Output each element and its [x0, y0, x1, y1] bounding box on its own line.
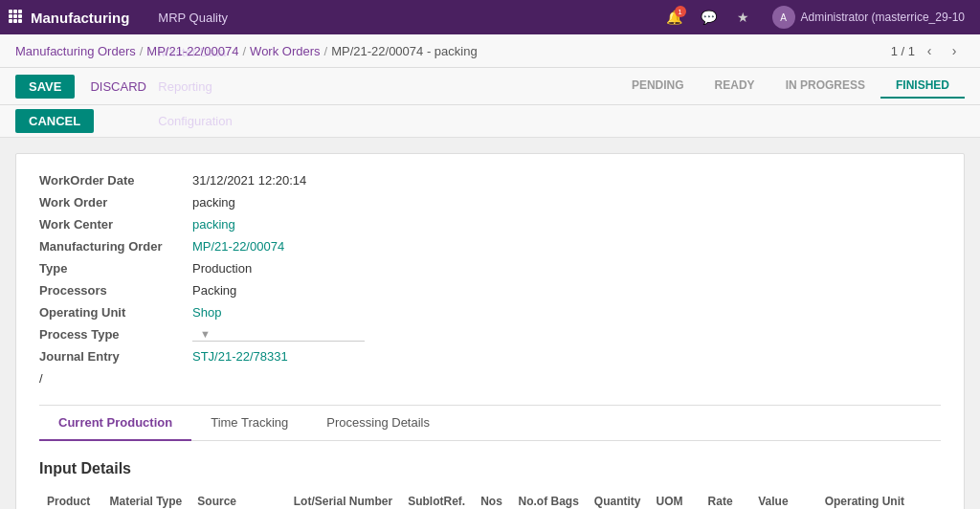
notifications-icon[interactable]: 🔔 1 — [661, 4, 688, 31]
col-header-sublotref.: SublotRef. — [400, 489, 473, 509]
form-label-0: WorkOrder Date — [39, 173, 192, 188]
breadcrumb-sep-3: / — [324, 44, 328, 58]
svg-rect-7 — [13, 19, 17, 23]
breadcrumb-current: MP/21-22/00074 - packing — [331, 44, 477, 58]
form-row-manufacturing-order: Manufacturing OrderMP/21-22/00074 — [39, 239, 941, 254]
form-value-4: Production — [192, 261, 252, 276]
svg-rect-3 — [9, 14, 12, 18]
form-value-3[interactable]: MP/21-22/00074 — [192, 239, 284, 254]
pagination-prev-button[interactable]: ‹ — [919, 40, 940, 61]
status-step-finished[interactable]: FINISHED — [880, 74, 965, 99]
cancel-button[interactable]: CANCEL — [15, 109, 94, 133]
form-label-4: Type — [39, 261, 192, 276]
svg-rect-6 — [9, 19, 12, 23]
form-row-work-order: Work Orderpacking — [39, 195, 941, 210]
form-label-3: Manufacturing Order — [39, 239, 192, 254]
form-value-8[interactable]: STJ/21-22/78331 — [192, 349, 288, 364]
nav-item-mrp-quality[interactable]: MRP Quality — [148, 0, 247, 34]
tab-time-tracking[interactable]: Time Tracking — [191, 406, 307, 441]
svg-rect-0 — [9, 10, 12, 13]
tab-current-production[interactable]: Current Production — [39, 406, 191, 441]
status-step-in-progress[interactable]: IN PROGRESS — [770, 74, 880, 99]
tab-processing-details[interactable]: Processing Details — [307, 406, 449, 441]
favorites-icon[interactable]: ★ — [730, 4, 757, 31]
pagination-next-button[interactable]: › — [944, 40, 965, 61]
form-value-5: Packing — [192, 283, 236, 298]
svg-rect-2 — [18, 10, 22, 13]
svg-rect-1 — [13, 10, 17, 13]
col-header-lot-serial-number: Lot/Serial Number — [286, 489, 400, 509]
pagination: 1 / 1 ‹ › — [891, 40, 965, 61]
col-header-delete — [912, 489, 941, 509]
discard-button[interactable]: DISCARD — [82, 75, 154, 99]
user-menu[interactable]: A Administrator (masterrice_29-10 — [765, 6, 972, 29]
breadcrumb-manufacturing-orders[interactable]: Manufacturing Orders — [15, 44, 136, 58]
nav-menu: DashboardPacking OrderOperationsMRP Qual… — [148, 0, 247, 138]
status-bar: PENDINGREADYIN PROGRESSFINISHED — [616, 74, 965, 99]
top-navigation: Manufacturing DashboardPacking OrderOper… — [0, 0, 980, 34]
form-label-5: Processors — [39, 283, 192, 298]
form-label-8: Journal Entry — [39, 349, 192, 364]
svg-rect-8 — [18, 19, 22, 23]
form-row-process-type: Process Type▼ — [39, 327, 941, 342]
breadcrumb: Manufacturing Orders / MP/21-22/00074 / … — [15, 44, 478, 58]
pagination-count: 1 / 1 — [891, 44, 915, 58]
form-row-work-center: Work Centerpacking — [39, 217, 941, 232]
breadcrumb-bar: Manufacturing Orders / MP/21-22/00074 / … — [0, 34, 980, 68]
breadcrumb-sep-1: / — [140, 44, 144, 58]
form-value-6[interactable]: Shop — [192, 305, 221, 320]
tabs: Current ProductionTime TrackingProcessin… — [39, 406, 941, 441]
form-label-1: Work Order — [39, 195, 192, 210]
form-value-2[interactable]: packing — [192, 217, 235, 232]
tabs-container: Current ProductionTime TrackingProcessin… — [39, 405, 941, 509]
form-row-journal-entry: Journal EntrySTJ/21-22/78331 — [39, 349, 941, 364]
col-header-no.of-bags: No.of Bags — [511, 489, 587, 509]
form-row-workorder-date: WorkOrder Date31/12/2021 12:20:14 — [39, 173, 941, 188]
action-bar: SAVE DISCARD PENDINGREADYIN PROGRESSFINI… — [0, 68, 980, 105]
breadcrumb-mp[interactable]: MP/21-22/00074 — [146, 44, 238, 58]
nav-item-reporting[interactable]: Reporting — [148, 69, 247, 103]
input-details-title: Input Details — [39, 460, 941, 477]
col-header-quantity: Quantity — [587, 489, 649, 509]
nav-item-configuration[interactable]: Configuration — [148, 103, 247, 138]
svg-rect-4 — [13, 14, 17, 18]
action-bar-left: SAVE DISCARD — [15, 75, 154, 99]
col-header-operating-unit: Operating Unit — [817, 489, 912, 509]
chat-icon[interactable]: 💬 — [696, 4, 723, 31]
tab-content: Input Details ProductMaterial TypeSource… — [39, 441, 941, 509]
form-label-7: Process Type — [39, 327, 192, 342]
col-header-product: Product — [39, 489, 101, 509]
table-header: ProductMaterial TypeSourceLot/Serial Num… — [39, 489, 941, 509]
save-button[interactable]: SAVE — [15, 75, 75, 99]
nav-icons: 🔔 1 💬 ★ A Administrator (masterrice_29-1… — [661, 4, 972, 31]
form-label-6: Operating Unit — [39, 305, 192, 320]
form-row-operating-unit: Operating UnitShop — [39, 305, 941, 320]
col-header-uom: UOM — [649, 489, 701, 509]
app-title: Manufacturing — [31, 10, 129, 26]
status-step-pending[interactable]: PENDING — [616, 74, 700, 99]
form-row-processors: ProcessorsPacking — [39, 283, 941, 298]
breadcrumb-sep-2: / — [242, 44, 246, 58]
slash-row: / — [39, 371, 941, 386]
avatar: A — [772, 6, 795, 29]
form-card: WorkOrder Date31/12/2021 12:20:14Work Or… — [15, 153, 965, 509]
form-fields: WorkOrder Date31/12/2021 12:20:14Work Or… — [39, 173, 941, 364]
dropdown-arrow-icon: ▼ — [200, 328, 211, 340]
input-details-table: ProductMaterial TypeSourceLot/Serial Num… — [39, 489, 941, 509]
user-name: Administrator (masterrice_29-10 — [801, 11, 965, 24]
app-grid-icon[interactable] — [8, 9, 23, 27]
form-row-type: TypeProduction — [39, 261, 941, 276]
form-label-2: Work Center — [39, 217, 192, 232]
notification-badge: 1 — [675, 6, 686, 17]
main-content: WorkOrder Date31/12/2021 12:20:14Work Or… — [0, 138, 980, 509]
col-header-source: Source — [189, 489, 285, 509]
status-step-ready[interactable]: READY — [700, 74, 770, 99]
col-header-value: Value — [750, 489, 816, 509]
col-header-rate: Rate — [701, 489, 751, 509]
breadcrumb-work-orders[interactable]: Work Orders — [250, 44, 320, 58]
form-value-1: packing — [192, 195, 235, 210]
col-header-material-type: Material Type — [101, 489, 189, 509]
col-header-nos: Nos — [473, 489, 510, 509]
action-bar-secondary: CANCEL — [0, 105, 980, 138]
form-value-7[interactable]: ▼ — [192, 328, 365, 342]
